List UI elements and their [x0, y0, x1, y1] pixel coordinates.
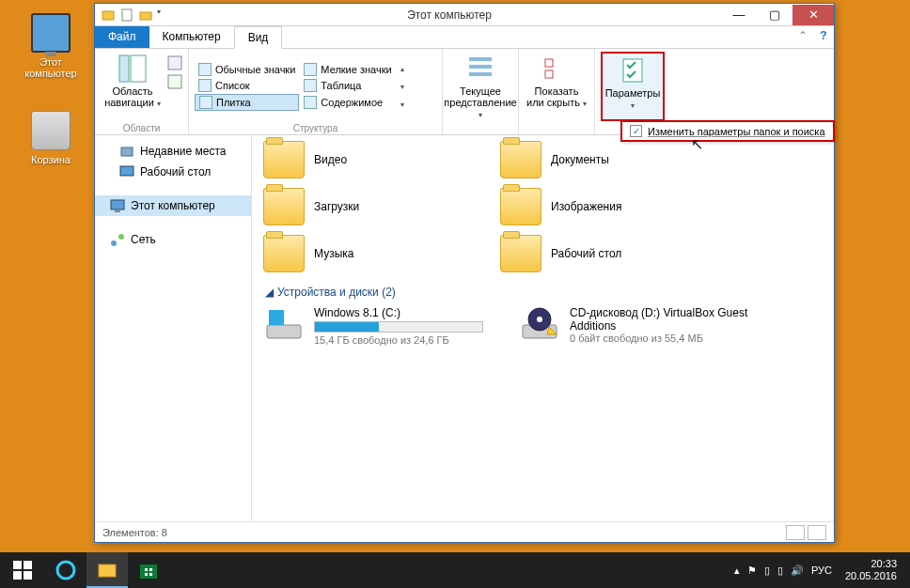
svg-rect-28: [24, 571, 32, 580]
nav-network[interactable]: Сеть: [95, 229, 251, 250]
desktop-icon-recycle-bin[interactable]: Корзина: [13, 111, 88, 165]
tray-clock[interactable]: 20:33 20.05.2016: [839, 558, 902, 582]
drive-info: 0 байт свободно из 55,4 МБ: [570, 333, 760, 344]
checkbox-list-icon: [541, 54, 572, 84]
tray-up-icon[interactable]: ▴: [734, 565, 740, 577]
tray-volume-icon[interactable]: 🔊: [791, 565, 804, 577]
details-pane-icon[interactable]: [167, 74, 182, 91]
layout-expand-icon[interactable]: ▾: [400, 101, 404, 109]
svg-rect-33: [149, 568, 152, 571]
view-tiles[interactable]: Плитка: [195, 94, 299, 111]
taskbar-store[interactable]: [128, 552, 169, 588]
svg-rect-35: [149, 573, 152, 576]
layout-scroll-up-icon[interactable]: ▴: [400, 65, 404, 73]
tab-view[interactable]: Вид: [234, 26, 283, 49]
nav-desktop[interactable]: Рабочий стол: [95, 162, 251, 182]
svg-rect-19: [267, 325, 301, 338]
start-button[interactable]: [0, 552, 45, 588]
folder-documents[interactable]: Документы: [498, 139, 724, 180]
svg-rect-3: [119, 55, 129, 82]
recent-icon: [119, 144, 134, 159]
help-button[interactable]: ?: [813, 26, 834, 48]
tray-action-center-icon[interactable]: ⚑: [747, 565, 757, 577]
view-small-icons[interactable]: Мелкие значки: [300, 62, 395, 77]
svg-rect-32: [145, 568, 148, 571]
options-dropdown-item[interactable]: ✓ Изменить параметры папок и поиска: [620, 120, 835, 142]
folder-pictures[interactable]: Изображения: [498, 186, 724, 227]
folder-icon: [500, 235, 541, 272]
svg-point-18: [118, 234, 124, 240]
status-view-details-icon[interactable]: [786, 525, 805, 540]
tray-date: 20.05.2016: [845, 570, 897, 582]
view-normal-icons[interactable]: Обычные значки: [195, 62, 299, 77]
svg-rect-6: [168, 75, 181, 88]
view-table[interactable]: Таблица: [300, 78, 395, 93]
tab-computer[interactable]: Компьютер: [149, 26, 234, 48]
svg-rect-4: [131, 55, 146, 82]
preview-pane-icon[interactable]: [167, 55, 182, 72]
taskbar-ie[interactable]: [45, 552, 86, 588]
svg-rect-15: [111, 200, 124, 209]
drives-section-header[interactable]: ◢Устройства и диски (2): [261, 280, 824, 304]
qat-dropdown-icon[interactable]: ▾: [157, 8, 172, 23]
quick-access-toolbar: ▾: [95, 8, 178, 23]
folder-icon: [263, 235, 305, 272]
view-content[interactable]: Содержимое: [300, 94, 395, 111]
qat-properties-icon[interactable]: [119, 8, 134, 23]
status-view-tiles-icon[interactable]: [808, 525, 826, 540]
folder-icon: [500, 141, 541, 178]
checkbox-icon: ✓: [630, 125, 642, 137]
drive-info: 15,4 ГБ свободно из 24,6 ГБ: [314, 334, 504, 346]
drive-c[interactable]: Windows 8.1 (C:) 15,4 ГБ свободно из 24,…: [261, 304, 506, 348]
options-icon: [618, 55, 648, 85]
folder-downloads[interactable]: Загрузки: [261, 186, 487, 227]
tray-devices-icon[interactable]: ▯: [777, 565, 783, 577]
nav-this-pc[interactable]: Этот компьютер: [95, 195, 251, 216]
dropdown-label: Изменить параметры папок и поиска: [648, 126, 825, 137]
nav-recent-places[interactable]: Недавние места: [95, 141, 251, 162]
system-tray: ▴ ⚑ ▯ ▯ 🔊 РУС 20:33 20.05.2016: [727, 558, 910, 582]
tray-network-icon[interactable]: ▯: [764, 565, 770, 577]
ribbon-group-layout: Обычные значки Мелкие значки Список Табл…: [189, 49, 443, 134]
show-hide-label: Показать или скрыть: [526, 85, 580, 108]
desktop-icon-label: Этот компьютер: [13, 56, 88, 79]
folder-icon: [263, 141, 305, 178]
cursor-icon: ↖: [691, 135, 703, 153]
svg-point-29: [57, 562, 74, 579]
svg-rect-14: [120, 166, 133, 176]
folder-icon: [263, 188, 305, 225]
drive-d[interactable]: CD-дисковод (D:) VirtualBox Guest Additi…: [517, 304, 761, 348]
qat-new-folder-icon[interactable]: [138, 8, 153, 23]
desktop-icon-this-pc[interactable]: Этот компьютер: [13, 13, 88, 79]
view-list[interactable]: Список: [195, 78, 299, 93]
minimize-ribbon-icon[interactable]: ⌃: [792, 26, 813, 48]
svg-rect-11: [545, 70, 553, 78]
minimize-button[interactable]: —: [721, 5, 757, 25]
svg-rect-25: [13, 561, 22, 569]
tab-file[interactable]: Файл: [95, 26, 149, 48]
cd-drive-icon: [519, 306, 560, 344]
show-hide-button[interactable]: Показать или скрыть ▾: [525, 52, 588, 121]
ribbon-group-panes: Область навигации ▾ Области: [95, 49, 189, 134]
navigation-pane: Недавние места Рабочий стол Этот компьют…: [95, 135, 252, 521]
tray-language[interactable]: РУС: [811, 565, 832, 576]
ribbon-tabs: Файл Компьютер Вид ⌃ ?: [95, 26, 834, 49]
options-button[interactable]: Параметры▾: [601, 52, 665, 121]
folder-desktop[interactable]: Рабочий стол: [498, 233, 724, 274]
svg-rect-16: [115, 210, 120, 212]
navigation-pane-button[interactable]: Область навигации ▾: [101, 52, 165, 121]
taskbar-explorer[interactable]: [86, 552, 128, 588]
current-view-button[interactable]: Текущее представление ▾: [448, 52, 512, 123]
drive-usage-bar: [314, 321, 483, 333]
titlebar[interactable]: ▾ Этот компьютер — ▢ ✕: [95, 4, 834, 26]
svg-rect-30: [99, 565, 116, 577]
layout-scroll-down-icon[interactable]: ▾: [400, 83, 404, 91]
folder-video[interactable]: Видео: [261, 139, 487, 180]
computer-icon: [110, 198, 125, 213]
folder-music[interactable]: Музыка: [261, 233, 487, 274]
maximize-button[interactable]: ▢: [757, 5, 792, 25]
close-button[interactable]: ✕: [792, 5, 834, 25]
svg-rect-1: [122, 9, 132, 21]
group-label: Структура: [195, 121, 436, 133]
ribbon-group-current-view: Текущее представление ▾: [443, 49, 519, 134]
